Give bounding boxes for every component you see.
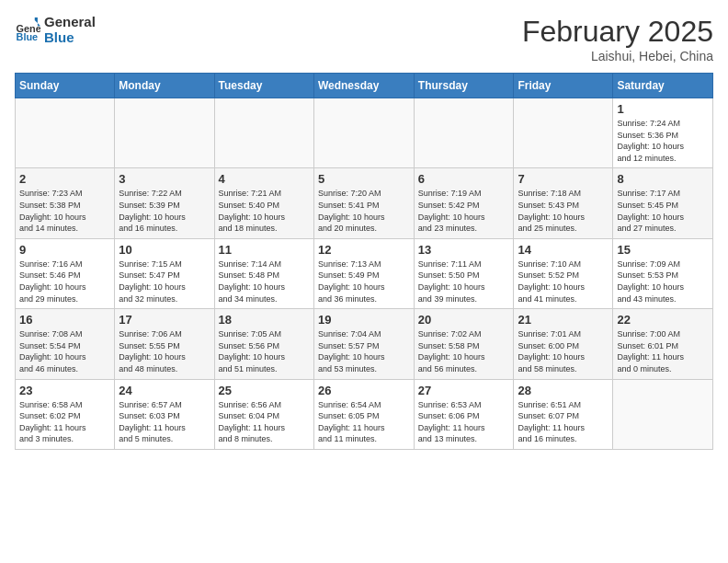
calendar-table: SundayMondayTuesdayWednesdayThursdayFrid… [15, 73, 713, 450]
day-number: 21 [518, 313, 609, 327]
day-info: Sunrise: 6:54 AM Sunset: 6:05 PM Dayligh… [318, 399, 410, 445]
weekday-header-friday: Friday [514, 74, 613, 98]
calendar-cell: 19Sunrise: 7:04 AM Sunset: 5:57 PM Dayli… [313, 309, 414, 379]
day-number: 23 [19, 384, 110, 397]
calendar-cell [514, 98, 613, 168]
calendar-week-row: 2Sunrise: 7:23 AM Sunset: 5:38 PM Daylig… [16, 168, 713, 238]
calendar-cell: 16Sunrise: 7:08 AM Sunset: 5:54 PM Dayli… [16, 309, 115, 379]
calendar-week-row: 16Sunrise: 7:08 AM Sunset: 5:54 PM Dayli… [16, 309, 713, 379]
day-number: 2 [19, 172, 110, 186]
day-info: Sunrise: 7:00 AM Sunset: 6:01 PM Dayligh… [617, 328, 709, 374]
day-number: 3 [119, 172, 210, 186]
day-number: 20 [418, 313, 510, 327]
calendar-cell: 12Sunrise: 7:13 AM Sunset: 5:49 PM Dayli… [313, 238, 414, 308]
calendar-cell: 3Sunrise: 7:22 AM Sunset: 5:39 PM Daylig… [115, 168, 214, 238]
day-number: 25 [219, 384, 310, 397]
day-info: Sunrise: 7:08 AM Sunset: 5:54 PM Dayligh… [19, 328, 110, 374]
calendar-cell: 7Sunrise: 7:18 AM Sunset: 5:43 PM Daylig… [514, 168, 613, 238]
day-number: 8 [617, 172, 709, 186]
calendar-cell: 17Sunrise: 7:06 AM Sunset: 5:55 PM Dayli… [115, 309, 214, 379]
day-number: 1 [617, 102, 709, 116]
calendar-cell: 20Sunrise: 7:02 AM Sunset: 5:58 PM Dayli… [414, 309, 514, 379]
day-info: Sunrise: 6:58 AM Sunset: 6:02 PM Dayligh… [19, 399, 110, 445]
day-number: 12 [318, 243, 410, 257]
calendar-cell [115, 98, 214, 168]
calendar-cell: 14Sunrise: 7:10 AM Sunset: 5:52 PM Dayli… [514, 238, 613, 308]
calendar-week-row: 1Sunrise: 7:24 AM Sunset: 5:36 PM Daylig… [16, 98, 713, 168]
day-info: Sunrise: 7:11 AM Sunset: 5:50 PM Dayligh… [418, 259, 510, 304]
calendar-week-row: 9Sunrise: 7:16 AM Sunset: 5:46 PM Daylig… [16, 238, 713, 308]
logo-general: General [44, 15, 96, 30]
calendar-cell: 25Sunrise: 6:56 AM Sunset: 6:04 PM Dayli… [214, 379, 313, 449]
day-info: Sunrise: 7:10 AM Sunset: 5:52 PM Dayligh… [518, 259, 609, 304]
day-number: 18 [219, 313, 310, 327]
title-block: February 2025 Laishui, Hebei, China [522, 15, 713, 63]
day-info: Sunrise: 7:05 AM Sunset: 5:56 PM Dayligh… [219, 328, 310, 374]
calendar-cell: 6Sunrise: 7:19 AM Sunset: 5:42 PM Daylig… [414, 168, 514, 238]
calendar-cell: 24Sunrise: 6:57 AM Sunset: 6:03 PM Dayli… [115, 379, 214, 449]
day-info: Sunrise: 6:56 AM Sunset: 6:04 PM Dayligh… [219, 399, 310, 445]
calendar-cell: 4Sunrise: 7:21 AM Sunset: 5:40 PM Daylig… [214, 168, 313, 238]
logo: General Blue General Blue [15, 15, 96, 45]
day-info: Sunrise: 7:17 AM Sunset: 5:45 PM Dayligh… [617, 188, 709, 234]
day-info: Sunrise: 7:09 AM Sunset: 5:53 PM Dayligh… [617, 259, 709, 304]
calendar-cell: 15Sunrise: 7:09 AM Sunset: 5:53 PM Dayli… [613, 238, 713, 308]
calendar-cell: 8Sunrise: 7:17 AM Sunset: 5:45 PM Daylig… [613, 168, 713, 238]
day-number: 17 [119, 313, 210, 327]
day-number: 10 [119, 243, 210, 257]
calendar-cell [414, 98, 514, 168]
calendar-cell: 13Sunrise: 7:11 AM Sunset: 5:50 PM Dayli… [414, 238, 514, 308]
month-year: February 2025 [522, 15, 713, 49]
calendar-cell [16, 98, 115, 168]
weekday-header-monday: Monday [115, 74, 214, 98]
day-number: 5 [318, 172, 410, 186]
calendar-cell: 9Sunrise: 7:16 AM Sunset: 5:46 PM Daylig… [16, 238, 115, 308]
calendar-week-row: 23Sunrise: 6:58 AM Sunset: 6:02 PM Dayli… [16, 379, 713, 449]
calendar-cell [214, 98, 313, 168]
day-number: 13 [418, 243, 510, 257]
day-info: Sunrise: 7:22 AM Sunset: 5:39 PM Dayligh… [119, 188, 210, 234]
day-info: Sunrise: 7:13 AM Sunset: 5:49 PM Dayligh… [318, 259, 410, 304]
weekday-header-saturday: Saturday [613, 74, 713, 98]
day-number: 16 [19, 313, 110, 327]
weekday-header-tuesday: Tuesday [214, 74, 313, 98]
day-info: Sunrise: 7:04 AM Sunset: 5:57 PM Dayligh… [318, 328, 410, 374]
day-info: Sunrise: 7:24 AM Sunset: 5:36 PM Dayligh… [617, 118, 709, 164]
day-info: Sunrise: 7:14 AM Sunset: 5:48 PM Dayligh… [219, 259, 310, 304]
day-number: 6 [418, 172, 510, 186]
day-number: 4 [219, 172, 310, 186]
day-number: 26 [318, 384, 410, 397]
day-info: Sunrise: 6:51 AM Sunset: 6:07 PM Dayligh… [518, 399, 609, 445]
day-info: Sunrise: 7:19 AM Sunset: 5:42 PM Dayligh… [418, 188, 510, 234]
weekday-header-wednesday: Wednesday [313, 74, 414, 98]
location: Laishui, Hebei, China [522, 49, 713, 63]
day-number: 19 [318, 313, 410, 327]
calendar-cell: 22Sunrise: 7:00 AM Sunset: 6:01 PM Dayli… [613, 309, 713, 379]
day-number: 7 [518, 172, 609, 186]
day-info: Sunrise: 7:15 AM Sunset: 5:47 PM Dayligh… [119, 259, 210, 304]
calendar-cell: 1Sunrise: 7:24 AM Sunset: 5:36 PM Daylig… [613, 98, 713, 168]
day-info: Sunrise: 7:16 AM Sunset: 5:46 PM Dayligh… [19, 259, 110, 304]
day-number: 14 [518, 243, 609, 257]
day-info: Sunrise: 7:23 AM Sunset: 5:38 PM Dayligh… [19, 188, 110, 234]
logo-blue: Blue [44, 30, 96, 46]
calendar-cell [613, 379, 713, 449]
calendar-cell: 5Sunrise: 7:20 AM Sunset: 5:41 PM Daylig… [313, 168, 414, 238]
logo-icon: General Blue [15, 17, 40, 43]
calendar-cell: 28Sunrise: 6:51 AM Sunset: 6:07 PM Dayli… [514, 379, 613, 449]
calendar-cell [313, 98, 414, 168]
day-number: 22 [617, 313, 709, 327]
calendar-cell: 18Sunrise: 7:05 AM Sunset: 5:56 PM Dayli… [214, 309, 313, 379]
calendar-cell: 21Sunrise: 7:01 AM Sunset: 6:00 PM Dayli… [514, 309, 613, 379]
svg-text:Blue: Blue [17, 30, 39, 41]
page-header: General Blue General Blue February 2025 … [15, 15, 713, 63]
day-info: Sunrise: 6:53 AM Sunset: 6:06 PM Dayligh… [418, 399, 510, 445]
calendar-cell: 23Sunrise: 6:58 AM Sunset: 6:02 PM Dayli… [16, 379, 115, 449]
day-info: Sunrise: 7:21 AM Sunset: 5:40 PM Dayligh… [219, 188, 310, 234]
calendar-cell: 2Sunrise: 7:23 AM Sunset: 5:38 PM Daylig… [16, 168, 115, 238]
weekday-header-sunday: Sunday [16, 74, 115, 98]
day-info: Sunrise: 7:20 AM Sunset: 5:41 PM Dayligh… [318, 188, 410, 234]
day-info: Sunrise: 7:18 AM Sunset: 5:43 PM Dayligh… [518, 188, 609, 234]
calendar-cell: 11Sunrise: 7:14 AM Sunset: 5:48 PM Dayli… [214, 238, 313, 308]
day-number: 27 [418, 384, 510, 397]
